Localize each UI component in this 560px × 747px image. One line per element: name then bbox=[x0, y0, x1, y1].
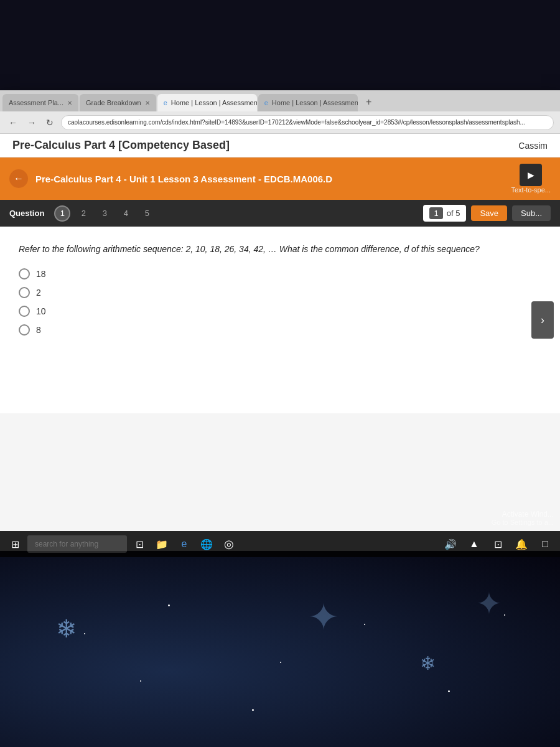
forward-button[interactable]: → bbox=[25, 116, 39, 129]
snowflake-4: ✦ bbox=[476, 586, 502, 622]
taskbar-icon-grid[interactable]: ⊡ bbox=[129, 534, 149, 554]
next-arrow-button[interactable]: › bbox=[531, 301, 554, 339]
submit-button[interactable]: Sub... bbox=[512, 205, 551, 221]
radio-b[interactable] bbox=[19, 287, 30, 298]
play-button[interactable]: ▶ bbox=[520, 164, 542, 186]
tab-label-2: Grade Breakdown bbox=[86, 99, 141, 106]
save-button[interactable]: Save bbox=[471, 205, 507, 221]
taskbar-right: 🔊 ▲ ⊡ 🔔 □ bbox=[441, 534, 555, 554]
tab-label-3: Home | Lesson | Assessment Pla... bbox=[171, 99, 257, 106]
answer-text-c: 10 bbox=[36, 306, 46, 316]
question-body: Refer to the following arithmetic sequen… bbox=[0, 227, 560, 413]
page-title: Pre-Calculus Part 4 [Competency Based] bbox=[12, 139, 230, 152]
taskbar-icon-edge[interactable]: 🌐 bbox=[197, 534, 217, 554]
new-tab-button[interactable]: + bbox=[362, 95, 376, 110]
tab-home-lesson-active[interactable]: e Home | Lesson | Assessment Pla... ✕ bbox=[157, 94, 257, 111]
taskbar-network[interactable]: ▲ bbox=[464, 534, 484, 554]
question-text-italic: Refer to the following arithmetic sequen… bbox=[19, 244, 480, 254]
tab-label: Assessment Pla... bbox=[9, 99, 63, 106]
question-num-1[interactable]: 1 bbox=[54, 205, 70, 222]
lesson-title: Pre-Calculus Part 4 - Unit 1 Lesson 3 As… bbox=[35, 174, 503, 184]
answer-option-b[interactable]: 2 bbox=[19, 287, 541, 298]
browser-window: Assessment Pla... ✕ Grade Breakdown ✕ e … bbox=[0, 90, 560, 551]
orange-header: ← Pre-Calculus Part 4 - Unit 1 Lesson 3 … bbox=[0, 157, 560, 200]
star-4 bbox=[364, 624, 365, 625]
answer-text-b: 2 bbox=[36, 288, 41, 298]
taskbar-notification[interactable]: 🔔 bbox=[511, 534, 531, 554]
taskbar-icon-browser[interactable]: e bbox=[174, 534, 194, 554]
snowflake-1: ❄ bbox=[56, 614, 77, 643]
star-3 bbox=[280, 662, 281, 663]
tab-close-2[interactable]: ✕ bbox=[145, 100, 150, 106]
back-button[interactable]: ← bbox=[6, 116, 20, 129]
tab-home-lesson-inactive[interactable]: e Home | Lesson | Assessment Pla... ✕ bbox=[258, 94, 358, 111]
reload-button[interactable]: ↻ bbox=[44, 116, 56, 129]
star-5 bbox=[448, 690, 450, 692]
activate-title: Activate Wind... bbox=[492, 510, 554, 519]
windows-activation: Activate Wind... Go to Settings to a... bbox=[492, 510, 554, 526]
address-bar: ← → ↻ caolacourses.edisonlearning.com/cd… bbox=[0, 111, 560, 134]
start-button[interactable]: ⊞ bbox=[5, 534, 25, 554]
page-content: Pre-Calculus Part 4 [Competency Based] C… bbox=[0, 134, 560, 551]
radio-d[interactable] bbox=[19, 324, 30, 336]
answer-option-d[interactable]: 8 bbox=[19, 324, 541, 336]
answer-option-a[interactable]: 18 bbox=[19, 268, 541, 280]
taskbar-icon-chrome[interactable]: ◎ bbox=[219, 534, 239, 554]
tab-grade-breakdown[interactable]: Grade Breakdown ✕ bbox=[80, 94, 156, 111]
question-nav-bar: Question 1 2 3 4 5 1 of 5 Save Sub... bbox=[0, 200, 560, 227]
taskbar-volume[interactable]: 🔊 bbox=[441, 534, 460, 554]
stars-background: ❄ ✦ ❄ ✦ bbox=[0, 557, 560, 747]
user-name: Cassim bbox=[518, 141, 548, 151]
activate-sub: Go to Settings to a... bbox=[492, 519, 554, 526]
text-to-speech-label: Text-to-spe... bbox=[511, 186, 551, 194]
star-1 bbox=[84, 633, 85, 634]
radio-a[interactable] bbox=[19, 268, 30, 280]
page-title-bar: Pre-Calculus Part 4 [Competency Based] C… bbox=[0, 134, 560, 157]
question-num-5[interactable]: 5 bbox=[139, 205, 155, 222]
taskbar: ⊞ ⊡ 📁 e 🌐 ◎ 🔊 ▲ ⊡ 🔔 □ bbox=[0, 531, 560, 557]
tab-bar: Assessment Pla... ✕ Grade Breakdown ✕ e … bbox=[0, 90, 560, 111]
back-lesson-button[interactable]: ← bbox=[9, 169, 28, 188]
star-8 bbox=[252, 709, 254, 711]
current-question-num: 1 bbox=[429, 207, 442, 219]
address-input[interactable]: caolacourses.edisonlearning.com/cds/inde… bbox=[61, 115, 554, 130]
question-text: Refer to the following arithmetic sequen… bbox=[19, 242, 541, 256]
question-num-3[interactable]: 3 bbox=[96, 205, 113, 222]
tab-close-1[interactable]: ✕ bbox=[67, 100, 72, 106]
answer-text-a: 18 bbox=[36, 269, 46, 279]
star-2 bbox=[168, 604, 170, 606]
tab-assessment-pla[interactable]: Assessment Pla... ✕ bbox=[2, 94, 78, 111]
question-counter: 1 of 5 bbox=[423, 205, 466, 222]
answer-text-d: 8 bbox=[36, 325, 41, 335]
radio-c[interactable] bbox=[19, 306, 30, 317]
of-total-text: of 5 bbox=[447, 209, 460, 218]
tab-label-4: Home | Lesson | Assessment Pla... bbox=[272, 99, 358, 106]
question-label: Question bbox=[9, 209, 44, 218]
snowflake-3: ❄ bbox=[420, 652, 436, 674]
taskbar-battery[interactable]: ⊡ bbox=[488, 534, 508, 554]
taskbar-search[interactable] bbox=[27, 535, 127, 553]
answer-option-c[interactable]: 10 bbox=[19, 306, 541, 317]
taskbar-action-center[interactable]: □ bbox=[535, 534, 555, 554]
star-6 bbox=[504, 614, 505, 616]
question-num-2[interactable]: 2 bbox=[75, 205, 91, 222]
star-7 bbox=[140, 680, 141, 682]
snowflake-2: ✦ bbox=[308, 595, 339, 639]
taskbar-icon-folder[interactable]: 📁 bbox=[152, 534, 172, 554]
question-num-4[interactable]: 4 bbox=[118, 205, 134, 222]
